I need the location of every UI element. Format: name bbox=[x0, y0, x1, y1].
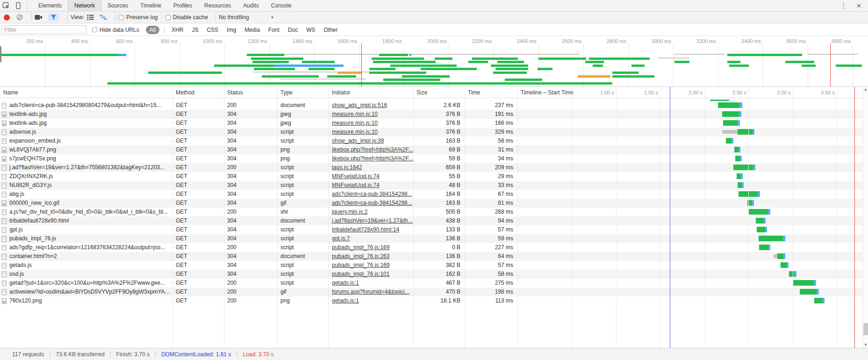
request-method: GET bbox=[172, 225, 224, 234]
overview-tick-label: 800 ms bbox=[140, 38, 178, 44]
network-request-row[interactable]: ads?gdfp_req=1&correlator=12168376342282… bbox=[0, 243, 862, 252]
tab-network[interactable]: Network bbox=[68, 0, 101, 12]
network-request-row[interactable]: textlink-ads.jpgGET304jpegmeasure.min.js… bbox=[0, 119, 862, 128]
scroll-down-icon[interactable]: ▼ bbox=[863, 342, 868, 348]
disable-cache-checkbox[interactable] bbox=[165, 15, 171, 20]
network-request-row[interactable]: activeview?id=osdim&avi=BiYDsD5VYVp2FF9O… bbox=[0, 288, 862, 296]
column-header-status[interactable]: Status bbox=[224, 87, 277, 98]
initiator-cell: MNFselatUod.js:74 bbox=[329, 172, 413, 181]
network-request-row[interactable]: a.js?wl_div_hid_t0=0&div_hid_t0=0&i_blk=… bbox=[0, 208, 862, 216]
filter-type-ws[interactable]: WS bbox=[306, 27, 315, 33]
initiator-link[interactable]: gpt.js:7 bbox=[332, 235, 350, 242]
filter-type-media[interactable]: Media bbox=[244, 27, 260, 33]
initiator-link[interactable]: pubads_impl_76.js:101 bbox=[332, 271, 389, 277]
tab-elements[interactable]: Elements bbox=[32, 0, 68, 12]
tab-console[interactable]: Console bbox=[265, 0, 298, 12]
network-request-row[interactable]: gpt.jsGET304scripttribaldefault728x90.ht… bbox=[0, 225, 862, 234]
column-header-name[interactable]: Name bbox=[0, 87, 172, 98]
waterfall-cell bbox=[517, 199, 862, 208]
network-request-row[interactable]: adsense.jsGET304scriptmeasure.min.js:103… bbox=[0, 128, 862, 137]
initiator-link[interactable]: forums.asp?forumid=4&topici... bbox=[332, 288, 409, 295]
network-request-row[interactable]: getads.jsGET304scriptpubads_impl_76.js:1… bbox=[0, 261, 862, 270]
initiator-link[interactable]: measure.min.js:10 bbox=[332, 120, 378, 126]
initiator-link[interactable]: MNFselatUod.js:74 bbox=[332, 173, 380, 180]
filter-type-xhr[interactable]: XHR bbox=[172, 27, 183, 33]
network-request-row[interactable]: wL6VQj7Ab77.pngGET304pnglikebox.php?href… bbox=[0, 145, 862, 154]
filmstrip-camera-icon[interactable] bbox=[35, 14, 43, 20]
network-request-row[interactable]: ZDQXrINXZRK.jsGET304scriptMNFselatUod.js… bbox=[0, 172, 862, 181]
network-request-row[interactable]: osd.jsGET304scriptpubads_impl_76.js:1011… bbox=[0, 270, 862, 279]
network-request-row[interactable]: getad?jsd=1&src=320&c=100&u=http%3A%2F%2… bbox=[0, 279, 862, 288]
tab-audits[interactable]: Audits bbox=[237, 0, 265, 12]
initiator-link[interactable]: tags.js:1642 bbox=[332, 164, 362, 171]
filter-type-js[interactable]: JS bbox=[192, 27, 198, 33]
initiator-link[interactable]: getads.js:1 bbox=[332, 297, 359, 304]
close-icon[interactable]: ✕ bbox=[852, 2, 866, 9]
network-request-row[interactable]: tribaldefault728x90.htmlGET304documentj.… bbox=[0, 216, 862, 225]
waterfall-view-icon[interactable] bbox=[100, 14, 107, 20]
filter-input[interactable] bbox=[1, 25, 86, 34]
initiator-link[interactable]: j.ad?flashVer=19&ver=1.27&th... bbox=[332, 217, 413, 224]
initiator-link[interactable]: likebox.php?href=http%3A%2F... bbox=[332, 155, 413, 162]
column-header-time[interactable]: Time bbox=[465, 87, 517, 98]
tab-timeline[interactable]: Timeline bbox=[134, 0, 167, 12]
inspect-element-icon[interactable] bbox=[0, 0, 12, 11]
column-header-size[interactable]: Size bbox=[413, 87, 465, 98]
tab-sources[interactable]: Sources bbox=[101, 0, 134, 12]
vertical-scrollbar[interactable]: ▲ ▼ bbox=[862, 87, 868, 348]
filter-type-all[interactable]: All bbox=[146, 26, 159, 34]
tab-resources[interactable]: Resources bbox=[198, 0, 237, 12]
filter-type-css[interactable]: CSS bbox=[207, 27, 218, 33]
initiator-link[interactable]: jquery.min.js:2 bbox=[332, 209, 367, 215]
initiator-link[interactable]: likebox.php?href=http%3A%2F... bbox=[332, 146, 413, 153]
overview-gridline bbox=[628, 43, 629, 86]
initiator-link[interactable]: measure.min.js:10 bbox=[332, 111, 378, 117]
preserve-log-checkbox[interactable] bbox=[119, 15, 124, 20]
network-request-row[interactable]: s7jcwEQH7Sx.pngGET304pnglikebox.php?href… bbox=[0, 154, 862, 163]
network-request-row[interactable]: j.ad?flashVer=19&ver=1.27&th=7556801382&… bbox=[0, 163, 862, 172]
overview-resource-bar bbox=[802, 65, 816, 67]
filter-type-img[interactable]: Img bbox=[227, 27, 236, 33]
column-header-initiator[interactable]: Initiator bbox=[329, 87, 413, 98]
device-toolbar-icon[interactable] bbox=[12, 0, 24, 11]
view-list-icon[interactable] bbox=[87, 14, 94, 20]
network-request-row[interactable]: 760x120.pngGET200pnggetads.js:118.1 KB11… bbox=[0, 296, 862, 305]
column-header-type[interactable]: Type bbox=[277, 87, 329, 98]
initiator-link[interactable]: show_ads_impl.js:516 bbox=[332, 102, 387, 108]
network-request-row[interactable]: expansion_embed.jsGET304scriptshow_ads_i… bbox=[0, 137, 862, 145]
network-request-row[interactable]: container.html?n=2GET304documentpubads_i… bbox=[0, 252, 862, 261]
initiator-link[interactable]: show_ads_impl.js:39 bbox=[332, 137, 384, 144]
tab-profiles[interactable]: Profiles bbox=[167, 0, 198, 12]
initiator-link[interactable]: pubads_impl_76.js:169 bbox=[332, 262, 389, 268]
record-button[interactable] bbox=[4, 14, 10, 21]
request-type: script bbox=[277, 270, 329, 279]
scroll-up-icon[interactable]: ▲ bbox=[863, 87, 868, 93]
column-header-method[interactable]: Method bbox=[172, 87, 224, 98]
clear-button[interactable] bbox=[16, 14, 23, 21]
hide-data-urls-checkbox[interactable] bbox=[92, 27, 97, 32]
throttling-select[interactable]: No throttling ▼ bbox=[219, 14, 274, 21]
network-request-row[interactable]: abg.jsGET304scriptads?client=ca-pub-3841… bbox=[0, 190, 862, 199]
filter-funnel-icon[interactable] bbox=[48, 14, 59, 21]
request-type: png bbox=[277, 145, 329, 154]
network-request-row[interactable]: ads?client=ca-pub-3841542980804279&outpu… bbox=[0, 101, 862, 110]
initiator-link[interactable]: ads?client=ca-pub-384154298... bbox=[332, 200, 412, 206]
initiator-link[interactable]: pubads_impl_76.js:263 bbox=[332, 253, 389, 259]
filter-type-other[interactable]: Other bbox=[324, 27, 338, 33]
filter-type-font[interactable]: Font bbox=[268, 27, 280, 33]
filter-type-doc[interactable]: Doc bbox=[288, 27, 298, 33]
timeline-overview[interactable]: 200 ms400 ms600 ms800 ms1000 ms1200 ms14… bbox=[0, 36, 868, 87]
initiator-link[interactable]: MNFselatUod.js:74 bbox=[332, 182, 380, 188]
network-request-row[interactable]: NU8I2R_dG3Y.jsGET304scriptMNFselatUod.js… bbox=[0, 181, 862, 190]
network-request-row[interactable]: pubads_impl_76.jsGET304scriptgpt.js:7136… bbox=[0, 234, 862, 243]
scrollbar-thumb[interactable] bbox=[863, 323, 868, 335]
initiator-link[interactable]: ads?client=ca-pub-384154298... bbox=[332, 191, 412, 197]
initiator-link[interactable]: pubads_impl_76.js:169 bbox=[332, 244, 389, 251]
initiator-link[interactable]: measure.min.js:10 bbox=[332, 129, 378, 135]
menu-kebab-icon[interactable]: ⋮ bbox=[835, 1, 852, 10]
requests-table: Name Method Status Type Initiator Size T… bbox=[0, 87, 868, 348]
network-request-row[interactable]: 000000_new_ico.gifGET304gifads?client=ca… bbox=[0, 199, 862, 208]
initiator-link[interactable]: tribaldefault728x90.html:14 bbox=[332, 226, 399, 233]
initiator-link[interactable]: getads.js:1 bbox=[332, 280, 359, 286]
network-request-row[interactable]: textlink-ads.jpgGET304jpegmeasure.min.js… bbox=[0, 110, 862, 119]
